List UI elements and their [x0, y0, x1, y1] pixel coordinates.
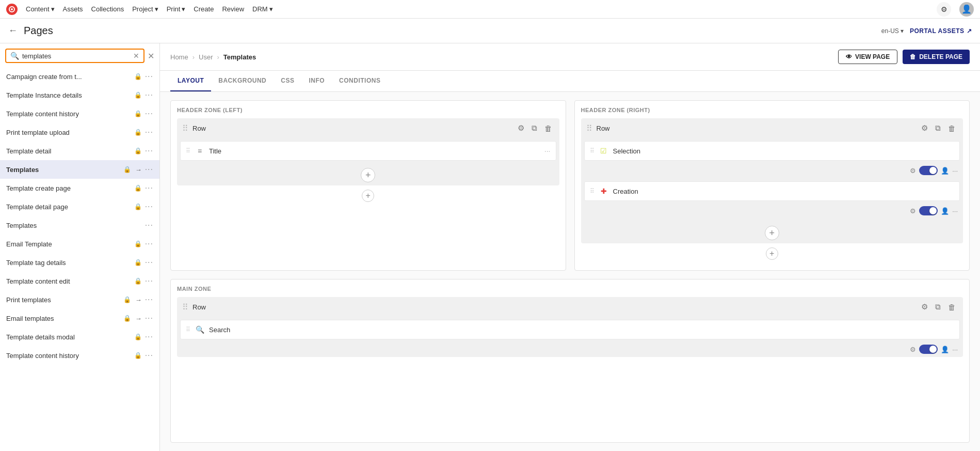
item-menu-icon[interactable]: ··· — [145, 165, 153, 174]
clear-search-icon[interactable]: ✕ — [133, 52, 139, 60]
item-menu-icon[interactable]: ··· — [145, 146, 153, 155]
page-title: Pages — [24, 25, 875, 37]
settings-icon[interactable]: ⚙ — [937, 2, 951, 17]
selection-widget-controls: ⚙ 👤 ··· — [581, 164, 963, 178]
tab-css[interactable]: CSS — [274, 71, 301, 91]
row-copy-button-main[interactable]: ⧉ — [933, 301, 943, 313]
nav-collections[interactable]: Collections — [91, 5, 124, 13]
item-menu-icon[interactable]: ··· — [145, 128, 153, 137]
sidebar-item-template-detail[interactable]: Template detail 🔒 ··· — [0, 142, 159, 160]
item-menu-icon[interactable]: ··· — [145, 109, 153, 118]
item-menu-icon[interactable]: ··· — [145, 72, 153, 81]
app-logo[interactable] — [6, 4, 18, 15]
row-delete-button-main[interactable]: 🗑 — [946, 302, 958, 313]
widget-drag-icon-search[interactable]: ⠿ — [186, 326, 190, 333]
sidebar-item-template-detail-page[interactable]: Template detail page 🔒 ··· — [0, 197, 159, 216]
drag-handle-icon[interactable]: ⠿ — [586, 123, 592, 133]
language-selector[interactable]: en-US ▾ — [881, 27, 904, 35]
widget-more-icon[interactable]: ··· — [952, 167, 958, 175]
search-input[interactable]: templates — [22, 52, 130, 60]
sidebar-item-email-template[interactable]: Email Template 🔒 ··· — [0, 235, 159, 253]
widget-drag-icon[interactable]: ⠿ — [186, 147, 190, 154]
nav-print[interactable]: Print ▾ — [167, 5, 186, 13]
sidebar-item-templates[interactable]: Templates 🔒 → ··· — [0, 160, 159, 179]
sidebar-item-print-template[interactable]: Print template upload 🔒 ··· — [0, 123, 159, 142]
sidebar-item-email-templates[interactable]: Email templates 🔒 → ··· — [0, 309, 159, 328]
delete-page-button[interactable]: 🗑 DELETE PAGE — [903, 50, 970, 64]
tab-conditions[interactable]: CONDITIONS — [332, 71, 388, 91]
item-menu-icon[interactable]: ··· — [145, 351, 153, 360]
row-settings-button-right[interactable]: ⚙ — [919, 122, 930, 134]
sidebar-item-template-content-edit[interactable]: Template content edit 🔒 ··· — [0, 272, 159, 290]
add-row-button[interactable]: + — [362, 190, 374, 202]
lock-icon: 🔒 — [134, 184, 142, 192]
row-settings-button[interactable]: ⚙ — [516, 122, 526, 134]
sidebar-item-template-content-history-2[interactable]: Template content history 🔒 ··· — [0, 346, 159, 365]
widget-menu-icon[interactable]: ··· — [544, 147, 551, 155]
back-button[interactable]: ← — [8, 25, 18, 36]
tab-background[interactable]: BACKGROUND — [211, 71, 274, 91]
item-menu-icon[interactable]: ··· — [145, 221, 153, 230]
row-copy-button-right[interactable]: ⧉ — [933, 122, 943, 134]
header-right: en-US ▾ PORTAL ASSETS ↗ — [881, 27, 972, 35]
item-menu-icon[interactable]: ··· — [145, 90, 153, 100]
sidebar-item-templates-2[interactable]: Templates ··· — [0, 216, 159, 235]
nav-review[interactable]: Review — [222, 5, 244, 13]
search-user-icon[interactable]: 👤 — [941, 346, 949, 353]
nav-create[interactable]: Create — [194, 5, 214, 13]
row-settings-button-main[interactable]: ⚙ — [919, 301, 930, 313]
widget-drag-icon-2[interactable]: ⠿ — [590, 188, 595, 195]
tab-layout[interactable]: LAYOUT — [170, 71, 211, 91]
widget-user-icon-2[interactable]: 👤 — [941, 207, 949, 215]
sidebar-item-template-tag-details[interactable]: Template tag details 🔒 ··· — [0, 253, 159, 272]
selection-toggle[interactable] — [919, 166, 938, 175]
widget-more-icon-2[interactable]: ··· — [952, 207, 958, 215]
row-delete-button[interactable]: 🗑 — [542, 123, 554, 134]
search-more-icon[interactable]: ··· — [952, 346, 958, 353]
search-settings-icon[interactable]: ⚙ — [910, 346, 916, 353]
row-block-header-main: ⠿ Row ⚙ ⧉ 🗑 — [177, 297, 963, 317]
view-page-button[interactable]: 👁 VIEW PAGE — [838, 50, 897, 64]
widget-settings-icon[interactable]: ⚙ — [910, 167, 916, 175]
widget-user-icon[interactable]: 👤 — [941, 167, 949, 175]
sidebar-item-template-details-modal[interactable]: Template details modal 🔒 ··· — [0, 328, 159, 346]
item-menu-icon[interactable]: ··· — [145, 239, 153, 248]
item-menu-icon[interactable]: ··· — [145, 183, 153, 193]
item-menu-icon[interactable]: ··· — [145, 276, 153, 286]
widget-settings-icon-2[interactable]: ⚙ — [910, 207, 916, 215]
creation-toggle[interactable] — [919, 206, 938, 215]
item-menu-icon[interactable]: ··· — [145, 202, 153, 211]
sidebar-close-icon[interactable]: ✕ — [148, 51, 154, 61]
sidebar-item-campaign-create[interactable]: Campaign create from t... 🔒 ··· — [0, 67, 159, 86]
lock-icon: 🔒 — [134, 73, 142, 80]
item-menu-icon[interactable]: ··· — [145, 295, 153, 304]
add-widget-button[interactable]: + — [361, 168, 375, 182]
search-toggle[interactable] — [919, 345, 938, 354]
sidebar-item-template-create-page[interactable]: Template create page 🔒 ··· — [0, 179, 159, 197]
portal-assets-link[interactable]: PORTAL ASSETS ↗ — [910, 27, 972, 35]
row-copy-button[interactable]: ⧉ — [529, 122, 539, 134]
drag-handle-icon[interactable]: ⠿ — [182, 123, 188, 133]
nav-drm[interactable]: DRM ▾ — [252, 5, 273, 13]
lock-icon: 🔒 — [134, 277, 142, 285]
item-menu-icon[interactable]: ··· — [145, 332, 153, 341]
user-avatar[interactable]: 👤 — [959, 2, 974, 17]
sidebar-item-template-content-history[interactable]: Template content history 🔒 ··· — [0, 104, 159, 123]
add-widget-button-right[interactable]: + — [765, 226, 779, 240]
breadcrumb-user[interactable]: User — [199, 53, 213, 61]
item-menu-icon[interactable]: ··· — [145, 314, 153, 323]
drag-handle-main-icon[interactable]: ⠿ — [182, 302, 188, 312]
widget-drag-icon[interactable]: ⠿ — [590, 147, 595, 154]
item-menu-icon[interactable]: ··· — [145, 258, 153, 267]
add-row-button-right[interactable]: + — [766, 247, 778, 260]
sidebar: 🔍 templates ✕ ✕ Campaign create from t..… — [0, 43, 160, 451]
sidebar-item-print-templates[interactable]: Print templates 🔒 → ··· — [0, 290, 159, 309]
nav-project[interactable]: Project ▾ — [132, 5, 158, 13]
search-widget: ⠿ 🔍 Search — [180, 320, 960, 339]
tab-info[interactable]: INFO — [301, 71, 332, 91]
nav-assets[interactable]: Assets — [63, 5, 83, 13]
sidebar-item-template-instance[interactable]: Template Instance details 🔒 ··· — [0, 86, 159, 104]
nav-content[interactable]: Content ▾ — [26, 5, 55, 13]
row-delete-button-right[interactable]: 🗑 — [946, 123, 958, 134]
breadcrumb-home[interactable]: Home — [170, 53, 188, 61]
